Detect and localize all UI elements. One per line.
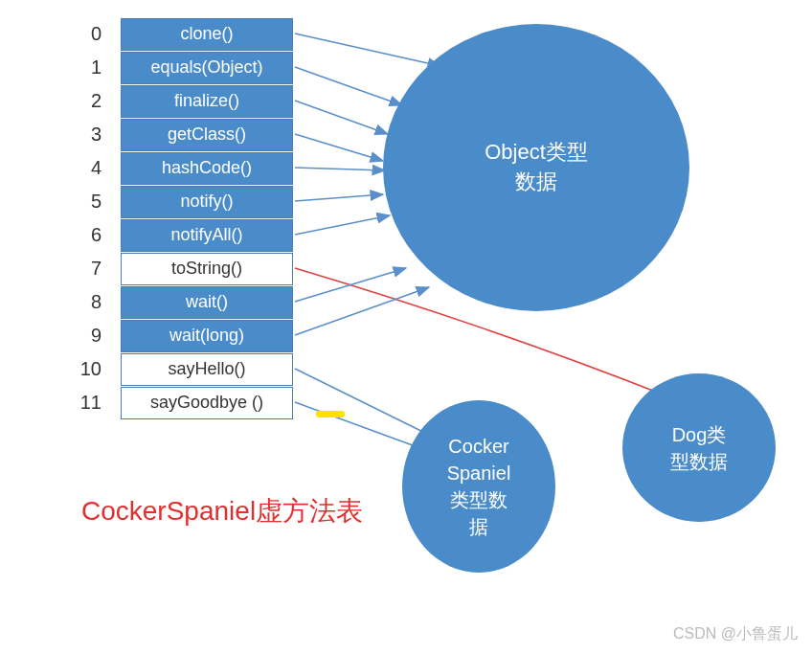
- vtable-row: 4hashCode(): [79, 151, 293, 185]
- method-cell: hashCode(): [121, 152, 293, 185]
- method-cell: getClass(): [121, 119, 293, 151]
- method-cell: notify(): [121, 186, 293, 218]
- dog-type-ellipse: Dog类型数据: [622, 373, 776, 522]
- row-index: 7: [79, 258, 107, 280]
- arrow: [295, 67, 402, 105]
- arrow: [295, 268, 406, 302]
- row-index: 11: [79, 392, 107, 414]
- cocker-type-ellipse: CockerSpaniel类型数据: [402, 400, 555, 573]
- method-cell: sayHello(): [121, 353, 293, 386]
- vtable-row: 3getClass(): [79, 118, 293, 151]
- row-index: 6: [79, 224, 107, 246]
- method-cell: wait(long): [121, 320, 293, 352]
- vtable-row: 6notifyAll(): [79, 218, 293, 252]
- method-cell: equals(Object): [121, 52, 293, 84]
- object-type-label: Object类型数据: [485, 138, 588, 197]
- vtable-row: 10sayHello(): [79, 352, 293, 386]
- row-index: 9: [79, 325, 107, 347]
- row-index: 3: [79, 124, 107, 146]
- vtable-row: 1equals(Object): [79, 51, 293, 84]
- arrow: [295, 134, 383, 161]
- method-cell: finalize(): [121, 85, 293, 118]
- method-cell: notifyAll(): [121, 219, 293, 252]
- vtable-row: 2finalize(): [79, 84, 293, 118]
- row-index: 2: [79, 90, 107, 112]
- row-index: 4: [79, 157, 107, 179]
- arrow: [295, 287, 429, 335]
- method-cell: clone(): [121, 18, 293, 51]
- watermark: CSDN @小鲁蛋儿: [673, 624, 798, 644]
- arrow: [295, 34, 440, 66]
- dog-type-label: Dog类型数据: [670, 421, 728, 475]
- vtable-row: 11sayGoodbye (): [79, 386, 293, 419]
- vtable-row: 7toString(): [79, 252, 293, 285]
- method-cell: wait(): [121, 286, 293, 319]
- row-index: 1: [79, 56, 107, 79]
- arrow: [295, 215, 390, 235]
- vtable-row: 5notify(): [79, 185, 293, 218]
- vtable-row: 0clone(): [79, 17, 293, 51]
- method-cell: sayGoodbye (): [121, 387, 293, 419]
- vtable-row: 8wait(): [79, 285, 293, 319]
- row-index: 10: [79, 358, 107, 380]
- vtable: 0clone()1equals(Object)2finalize()3getCl…: [79, 17, 293, 419]
- method-cell: toString(): [121, 253, 293, 285]
- arrow: [295, 369, 440, 440]
- arrow: [295, 168, 385, 170]
- vtable-row: 9wait(long): [79, 319, 293, 352]
- row-index: 8: [79, 291, 107, 313]
- row-index: 5: [79, 191, 107, 213]
- object-type-ellipse: Object类型数据: [383, 24, 689, 311]
- diagram-title: CockerSpaniel虚方法表: [81, 493, 363, 530]
- row-index: 0: [79, 23, 107, 45]
- highlight-mark: [316, 411, 345, 417]
- arrow: [295, 101, 388, 134]
- arrow: [295, 194, 383, 201]
- cocker-type-label: CockerSpaniel类型数据: [447, 433, 511, 540]
